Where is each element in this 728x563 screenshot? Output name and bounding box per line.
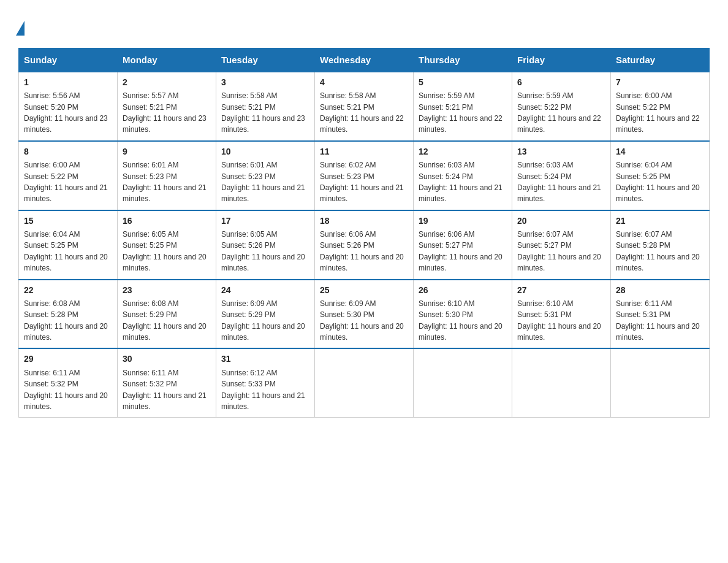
- calendar-cell: 23Sunrise: 6:08 AMSunset: 5:29 PMDayligh…: [118, 280, 216, 349]
- day-info: Sunrise: 6:10 AMSunset: 5:30 PMDaylight:…: [419, 299, 502, 342]
- calendar-cell: 29Sunrise: 6:11 AMSunset: 5:32 PMDayligh…: [19, 348, 118, 417]
- calendar-cell: 2Sunrise: 5:57 AMSunset: 5:21 PMDaylight…: [118, 72, 216, 141]
- day-info: Sunrise: 6:09 AMSunset: 5:30 PMDaylight:…: [320, 299, 404, 342]
- page-header: [18, 12, 710, 36]
- day-number: 22: [24, 284, 112, 296]
- day-info: Sunrise: 6:01 AMSunset: 5:23 PMDaylight:…: [123, 161, 207, 203]
- day-info: Sunrise: 6:00 AMSunset: 5:22 PMDaylight:…: [24, 161, 108, 203]
- calendar-cell: 28Sunrise: 6:11 AMSunset: 5:31 PMDayligh…: [611, 280, 710, 349]
- day-number: 25: [320, 284, 408, 296]
- day-number: 21: [616, 215, 704, 227]
- logo: [18, 18, 25, 36]
- day-info: Sunrise: 6:06 AMSunset: 5:27 PMDaylight:…: [419, 230, 502, 272]
- calendar-cell: [315, 348, 414, 417]
- calendar-cell: 13Sunrise: 6:03 AMSunset: 5:24 PMDayligh…: [512, 141, 611, 210]
- calendar-cell: 9Sunrise: 6:01 AMSunset: 5:23 PMDaylight…: [118, 141, 216, 210]
- calendar-cell: 7Sunrise: 6:00 AMSunset: 5:22 PMDaylight…: [611, 72, 710, 141]
- day-info: Sunrise: 6:07 AMSunset: 5:28 PMDaylight:…: [616, 230, 700, 272]
- day-number: 12: [419, 145, 507, 158]
- weekday-header-monday: Monday: [118, 48, 216, 72]
- day-number: 24: [221, 284, 309, 296]
- day-number: 9: [123, 145, 211, 158]
- calendar-cell: 10Sunrise: 6:01 AMSunset: 5:23 PMDayligh…: [216, 141, 315, 210]
- day-info: Sunrise: 6:04 AMSunset: 5:25 PMDaylight:…: [616, 161, 700, 203]
- calendar-cell: [611, 348, 710, 417]
- calendar-week-row: 15Sunrise: 6:04 AMSunset: 5:25 PMDayligh…: [19, 210, 710, 280]
- day-info: Sunrise: 6:09 AMSunset: 5:29 PMDaylight:…: [221, 299, 305, 342]
- day-number: 26: [419, 284, 507, 296]
- day-info: Sunrise: 6:01 AMSunset: 5:23 PMDaylight:…: [221, 161, 305, 203]
- calendar-week-row: 1Sunrise: 5:56 AMSunset: 5:20 PMDaylight…: [19, 72, 710, 141]
- weekday-header-friday: Friday: [512, 48, 611, 72]
- day-number: 4: [320, 76, 408, 88]
- day-number: 31: [221, 353, 309, 365]
- day-info: Sunrise: 6:10 AMSunset: 5:31 PMDaylight:…: [517, 299, 601, 342]
- calendar-cell: 19Sunrise: 6:06 AMSunset: 5:27 PMDayligh…: [414, 210, 512, 280]
- calendar-week-row: 22Sunrise: 6:08 AMSunset: 5:28 PMDayligh…: [19, 280, 710, 349]
- calendar-cell: 12Sunrise: 6:03 AMSunset: 5:24 PMDayligh…: [414, 141, 512, 210]
- day-info: Sunrise: 6:11 AMSunset: 5:32 PMDaylight:…: [24, 369, 108, 411]
- day-info: Sunrise: 5:58 AMSunset: 5:21 PMDaylight:…: [221, 91, 305, 134]
- day-number: 3: [221, 76, 309, 88]
- calendar-cell: 20Sunrise: 6:07 AMSunset: 5:27 PMDayligh…: [512, 210, 611, 280]
- calendar-cell: 25Sunrise: 6:09 AMSunset: 5:30 PMDayligh…: [315, 280, 414, 349]
- day-info: Sunrise: 6:02 AMSunset: 5:23 PMDaylight:…: [320, 161, 404, 203]
- day-info: Sunrise: 6:08 AMSunset: 5:29 PMDaylight:…: [123, 299, 207, 342]
- day-info: Sunrise: 6:03 AMSunset: 5:24 PMDaylight:…: [517, 161, 601, 203]
- day-info: Sunrise: 6:07 AMSunset: 5:27 PMDaylight:…: [517, 230, 601, 272]
- day-number: 18: [320, 215, 408, 227]
- day-number: 23: [123, 284, 211, 296]
- day-info: Sunrise: 6:05 AMSunset: 5:26 PMDaylight:…: [221, 230, 305, 272]
- day-info: Sunrise: 6:05 AMSunset: 5:25 PMDaylight:…: [123, 230, 207, 272]
- day-number: 2: [123, 76, 211, 88]
- day-number: 27: [517, 284, 605, 296]
- day-number: 14: [616, 145, 704, 158]
- day-info: Sunrise: 6:04 AMSunset: 5:25 PMDaylight:…: [24, 230, 108, 272]
- weekday-header-thursday: Thursday: [414, 48, 512, 72]
- calendar-cell: 15Sunrise: 6:04 AMSunset: 5:25 PMDayligh…: [19, 210, 118, 280]
- day-info: Sunrise: 6:12 AMSunset: 5:33 PMDaylight:…: [221, 369, 305, 411]
- calendar-cell: 31Sunrise: 6:12 AMSunset: 5:33 PMDayligh…: [216, 348, 315, 417]
- calendar-cell: [512, 348, 611, 417]
- day-info: Sunrise: 6:11 AMSunset: 5:31 PMDaylight:…: [616, 299, 700, 342]
- day-number: 13: [517, 145, 605, 158]
- calendar-cell: 3Sunrise: 5:58 AMSunset: 5:21 PMDaylight…: [216, 72, 315, 141]
- calendar-cell: 8Sunrise: 6:00 AMSunset: 5:22 PMDaylight…: [19, 141, 118, 210]
- day-info: Sunrise: 6:03 AMSunset: 5:24 PMDaylight:…: [419, 161, 502, 203]
- day-number: 29: [24, 353, 112, 365]
- calendar-cell: 6Sunrise: 5:59 AMSunset: 5:22 PMDaylight…: [512, 72, 611, 141]
- calendar-cell: 22Sunrise: 6:08 AMSunset: 5:28 PMDayligh…: [19, 280, 118, 349]
- day-number: 15: [24, 215, 112, 227]
- day-number: 17: [221, 215, 309, 227]
- day-number: 10: [221, 145, 309, 158]
- calendar-week-row: 8Sunrise: 6:00 AMSunset: 5:22 PMDaylight…: [19, 141, 710, 210]
- day-number: 16: [123, 215, 211, 227]
- calendar-table: SundayMondayTuesdayWednesdayThursdayFrid…: [18, 48, 710, 418]
- calendar-cell: 16Sunrise: 6:05 AMSunset: 5:25 PMDayligh…: [118, 210, 216, 280]
- day-info: Sunrise: 6:08 AMSunset: 5:28 PMDaylight:…: [24, 299, 108, 342]
- calendar-cell: 21Sunrise: 6:07 AMSunset: 5:28 PMDayligh…: [611, 210, 710, 280]
- day-info: Sunrise: 5:59 AMSunset: 5:22 PMDaylight:…: [517, 91, 601, 134]
- calendar-cell: 27Sunrise: 6:10 AMSunset: 5:31 PMDayligh…: [512, 280, 611, 349]
- weekday-header-wednesday: Wednesday: [315, 48, 414, 72]
- day-number: 28: [616, 284, 704, 296]
- day-number: 19: [419, 215, 507, 227]
- day-number: 5: [419, 76, 507, 88]
- calendar-cell: 5Sunrise: 5:59 AMSunset: 5:21 PMDaylight…: [414, 72, 512, 141]
- calendar-cell: 30Sunrise: 6:11 AMSunset: 5:32 PMDayligh…: [118, 348, 216, 417]
- calendar-week-row: 29Sunrise: 6:11 AMSunset: 5:32 PMDayligh…: [19, 348, 710, 417]
- calendar-header-row: SundayMondayTuesdayWednesdayThursdayFrid…: [19, 48, 710, 72]
- calendar-cell: 4Sunrise: 5:58 AMSunset: 5:21 PMDaylight…: [315, 72, 414, 141]
- day-number: 11: [320, 145, 408, 158]
- calendar-cell: 26Sunrise: 6:10 AMSunset: 5:30 PMDayligh…: [414, 280, 512, 349]
- weekday-header-tuesday: Tuesday: [216, 48, 315, 72]
- day-info: Sunrise: 5:59 AMSunset: 5:21 PMDaylight:…: [419, 91, 502, 134]
- day-number: 6: [517, 76, 605, 88]
- day-info: Sunrise: 6:00 AMSunset: 5:22 PMDaylight:…: [616, 91, 700, 134]
- calendar-cell: 18Sunrise: 6:06 AMSunset: 5:26 PMDayligh…: [315, 210, 414, 280]
- day-number: 20: [517, 215, 605, 227]
- logo-triangle-icon: [16, 21, 25, 36]
- day-number: 1: [24, 76, 112, 88]
- day-number: 7: [616, 76, 704, 88]
- calendar-cell: 17Sunrise: 6:05 AMSunset: 5:26 PMDayligh…: [216, 210, 315, 280]
